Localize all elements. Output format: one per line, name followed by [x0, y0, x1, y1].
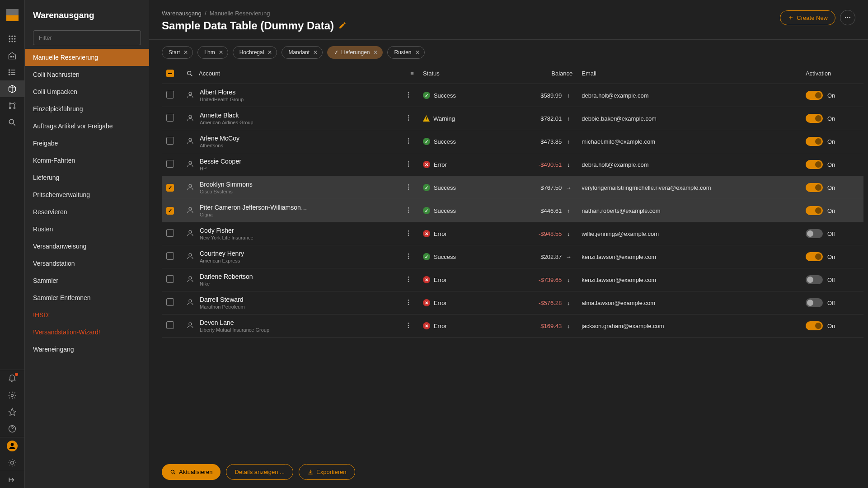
rail-list-icon[interactable]	[0, 64, 24, 80]
sidebar-item[interactable]: Lieferung	[25, 169, 149, 186]
sidebar-item[interactable]: Versandanweisung	[25, 238, 149, 255]
sidebar-item[interactable]: !HSD!	[25, 306, 149, 324]
column-drag-handle[interactable]: ≡	[410, 70, 414, 77]
select-all-checkbox[interactable]	[166, 70, 174, 77]
svg-point-77	[189, 323, 192, 325]
chip-remove-icon[interactable]: ✕	[183, 49, 189, 56]
chip-remove-icon[interactable]: ✕	[218, 49, 224, 56]
row-checkbox[interactable]	[166, 184, 174, 192]
row-more-button[interactable]	[403, 182, 414, 194]
details-button[interactable]: Details anzeigen ...	[226, 464, 293, 480]
activation-toggle[interactable]	[806, 275, 823, 284]
activation-toggle[interactable]	[806, 160, 823, 169]
row-checkbox[interactable]	[166, 321, 174, 329]
activation-toggle[interactable]	[806, 252, 823, 261]
svg-point-41	[189, 115, 192, 118]
row-checkbox[interactable]	[166, 207, 174, 215]
sidebar-item[interactable]: Sammler	[25, 272, 149, 289]
sidebar-item[interactable]: Einzelpickführung	[25, 100, 149, 117]
row-checkbox[interactable]	[166, 298, 174, 306]
rail-warehouse-icon[interactable]	[0, 47, 24, 64]
sidebar-item[interactable]: Wareneingang	[25, 341, 149, 358]
row-checkbox[interactable]	[166, 229, 174, 237]
chip-remove-icon[interactable]: ✕	[312, 49, 319, 56]
filter-chip[interactable]: ✓Lieferungen✕	[327, 46, 383, 59]
svg-point-70	[408, 277, 409, 278]
activation-toggle[interactable]	[806, 298, 823, 307]
row-more-button[interactable]	[403, 159, 414, 171]
sidebar-item[interactable]: !Versandstation-Wizard!	[25, 324, 149, 341]
sidebar-item[interactable]: Manuelle Reservierung	[25, 49, 149, 66]
activation-toggle[interactable]	[806, 137, 823, 146]
sidebar-item[interactable]: Rusten	[25, 221, 149, 238]
row-more-button[interactable]	[403, 136, 414, 148]
row-checkbox[interactable]	[166, 114, 174, 122]
sidebar-item[interactable]: Versandstation	[25, 255, 149, 272]
svg-point-79	[408, 324, 409, 326]
rail-theme-icon[interactable]	[0, 454, 24, 471]
rail-star-icon[interactable]	[0, 404, 24, 420]
create-new-button[interactable]: Create New	[780, 10, 835, 25]
chip-remove-icon[interactable]: ✕	[267, 49, 273, 56]
table-row: Piter Cameron Jefferson-Williamson…Cigna…	[162, 199, 863, 222]
sidebar-item[interactable]: Reservieren	[25, 203, 149, 221]
row-checkbox[interactable]	[166, 91, 174, 99]
row-email: michael.mitc@example.com	[577, 130, 801, 153]
row-more-button[interactable]	[403, 89, 414, 102]
row-checkbox[interactable]	[166, 160, 174, 168]
filter-chip[interactable]: Mandant✕	[282, 46, 323, 59]
sidebar-item[interactable]: Komm-Fahrten	[25, 152, 149, 169]
filter-chip[interactable]: Lhm✕	[197, 46, 228, 59]
sidebar-item[interactable]: Sammler Entfemnen	[25, 289, 149, 306]
row-more-button[interactable]	[403, 274, 414, 286]
sidebar-item[interactable]: Colli Nachrusten	[25, 66, 149, 83]
activation-toggle[interactable]	[806, 183, 823, 192]
row-checkbox[interactable]	[166, 252, 174, 260]
chip-remove-icon[interactable]: ✕	[372, 49, 379, 56]
edit-title-button[interactable]	[338, 19, 347, 32]
activation-toggle[interactable]	[806, 321, 823, 330]
row-more-button[interactable]	[403, 320, 414, 332]
activation-toggle[interactable]	[806, 229, 823, 238]
row-more-button[interactable]	[403, 251, 414, 263]
rail-settings-icon[interactable]	[0, 387, 24, 404]
filter-chip[interactable]: Rusten✕	[387, 46, 424, 59]
row-checkbox[interactable]	[166, 137, 174, 145]
filter-chip[interactable]: Hochregal✕	[233, 46, 277, 59]
activation-toggle[interactable]	[806, 91, 823, 100]
row-more-button[interactable]	[403, 113, 414, 125]
row-more-button[interactable]	[403, 297, 414, 309]
dots-vertical-icon	[405, 299, 412, 306]
more-actions-button[interactable]	[840, 10, 855, 25]
sidebar-item[interactable]: Colli Umpacken	[25, 83, 149, 100]
dots-vertical-icon	[405, 276, 412, 283]
search-icon[interactable]	[186, 70, 193, 77]
sidebar-filter-input[interactable]	[33, 30, 141, 45]
activation-toggle[interactable]	[806, 206, 823, 215]
rail-collapse-icon[interactable]	[0, 471, 24, 488]
svg-point-71	[408, 278, 409, 280]
svg-point-43	[408, 117, 409, 118]
svg-point-69	[189, 277, 192, 279]
rail-help-icon[interactable]	[0, 420, 24, 437]
sidebar-item[interactable]: Auftrags Artikel vor Freigabe	[25, 117, 149, 135]
row-more-button[interactable]	[403, 205, 414, 217]
rail-apps-icon[interactable]	[0, 30, 24, 47]
refresh-button[interactable]: Aktualisieren	[162, 464, 221, 480]
svg-rect-9	[10, 56, 12, 57]
rail-search-icon[interactable]	[0, 114, 24, 131]
activation-toggle[interactable]	[806, 114, 823, 123]
chip-remove-icon[interactable]: ✕	[414, 49, 421, 56]
row-more-button[interactable]	[403, 228, 414, 240]
sidebar-item[interactable]: Freigabe	[25, 135, 149, 152]
filter-chip[interactable]: Start✕	[162, 46, 193, 59]
row-company: HP	[200, 166, 241, 171]
row-checkbox[interactable]	[166, 275, 174, 283]
rail-graph-icon[interactable]	[0, 97, 24, 114]
export-button[interactable]: Exportieren	[299, 464, 355, 480]
rail-user-icon[interactable]	[0, 437, 24, 454]
rail-package-icon[interactable]	[0, 80, 24, 97]
breadcrumb-root[interactable]: Warenausgang	[162, 10, 202, 17]
sidebar-item[interactable]: Pritschenverwaltung	[25, 186, 149, 203]
rail-notifications-icon[interactable]	[0, 370, 24, 387]
